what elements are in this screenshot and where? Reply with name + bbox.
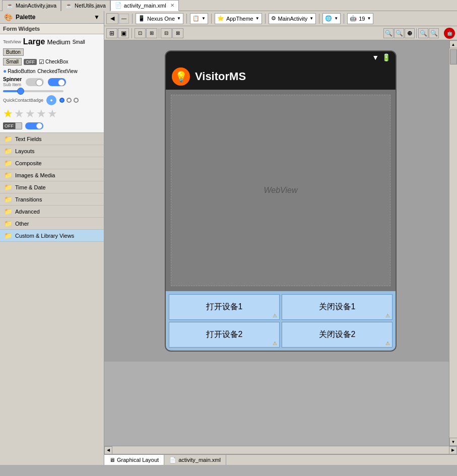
switch-widget[interactable]: OFF (3, 122, 22, 129)
back-btn[interactable]: ◀ (106, 13, 118, 24)
secondary-toolbar: ⊞ ▣ ⊡ ⊞ ⊟ ⊠ 🔍 🔍 ⊕ 🔍 (104, 26, 457, 40)
nav-toolbar-group: ◀ — (106, 13, 129, 24)
transitions-item[interactable]: 📁 Transitions (0, 193, 104, 206)
scroll-right-btn[interactable]: ▶ (449, 446, 457, 454)
activity-dropdown-icon: ▼ (309, 16, 313, 21)
sep9 (416, 28, 417, 38)
close-device-2-btn[interactable]: 关闭设备2 (282, 322, 393, 348)
theme-selector[interactable]: ⭐ AppTheme ▼ (215, 13, 262, 24)
grid-btn1[interactable]: ⊡ (135, 28, 146, 38)
tab-activity-main[interactable]: 📄 activity_main.xml ✕ (110, 0, 179, 11)
quick-contact-icon[interactable]: ● (46, 95, 56, 105)
radio-button-item[interactable]: ● RadioButton (3, 67, 35, 75)
graphical-layout-tab[interactable]: 🖥 Graphical Layout (104, 455, 164, 465)
advanced-item[interactable]: 📁 Advanced (0, 206, 104, 218)
custom-library-item[interactable]: 📁 Custom & Library Views (0, 230, 104, 242)
toggle-switch-on[interactable] (48, 78, 66, 86)
button-widget[interactable]: Button (3, 48, 24, 56)
api-label: 19 (359, 16, 365, 22)
form-widgets-section[interactable]: Form Widgets (0, 24, 104, 34)
radio-circle-2[interactable] (67, 98, 72, 103)
spinner-widget[interactable]: Spinner Sub Item (3, 77, 22, 87)
switch-on-widget[interactable] (25, 122, 43, 129)
close-device-1-btn[interactable]: 关闭设备1 (282, 294, 393, 320)
content-area: 🎨 Palette ▼ Form Widgets TextView Large … (0, 11, 457, 465)
device-selector[interactable]: 📱 Nexus One ▼ (136, 13, 183, 24)
images-media-item[interactable]: 📁 Images & Media (0, 169, 104, 181)
palette-dropdown-icon[interactable]: ▼ (94, 14, 100, 21)
xml-tab-icon: 📄 (169, 457, 176, 463)
scroll-thumb[interactable] (450, 49, 457, 64)
scroll-down-btn[interactable]: ▼ (449, 438, 458, 446)
radio-circle-1[interactable] (59, 98, 64, 103)
toggle-view-btn1[interactable]: ⊞ (106, 28, 117, 38)
button-grid: 打开设备1 关闭设备1 打开设备2 关闭设备2 (166, 291, 396, 351)
grid-btn3[interactable]: ⊟ (161, 28, 172, 38)
android-red-btn[interactable]: 🤖 (444, 28, 455, 39)
device-icon: 📱 (138, 15, 145, 22)
dropdown-arrow-icon: ▼ (202, 16, 206, 21)
scroll-up-btn[interactable]: ▲ (449, 40, 458, 48)
spinner-row: Spinner Sub Item (3, 77, 101, 87)
phone-status-bar: ▼ 🔋 (166, 51, 396, 63)
composite-item[interactable]: 📁 Composite (0, 157, 104, 169)
textview-small[interactable]: Small (73, 39, 85, 45)
zoom-fit-btn[interactable]: ⊕ (405, 28, 415, 38)
vertical-scrollbar: ▲ ▼ (449, 40, 457, 446)
close-icon[interactable]: ✕ (170, 3, 174, 8)
time-date-item[interactable]: 📁 Time & Date (0, 181, 104, 193)
zoom-in-btn[interactable]: 🔍 (394, 28, 404, 38)
star-4: ★ (36, 107, 46, 120)
star-2: ★ (14, 107, 24, 120)
theme-icon: ⭐ (217, 15, 224, 22)
radio-circle-3[interactable] (74, 98, 79, 103)
theme-label: AppTheme (226, 16, 253, 22)
textview-medium[interactable]: Medium (47, 38, 70, 46)
api-selector[interactable]: 🤖 19 ▼ (347, 13, 373, 24)
editor-tabs: ☕ MainActivity.java ☕ NetUtils.java 📄 ac… (2, 0, 179, 11)
ide-window: ☕ MainActivity.java ☕ NetUtils.java 📄 ac… (0, 0, 457, 465)
zoom-minus-btn[interactable]: 🔍 (418, 28, 428, 38)
xml-tab[interactable]: 📄 activity_main.xml (164, 455, 226, 465)
checkbox-item[interactable]: ☑ CheckBox (39, 58, 69, 65)
text-fields-item[interactable]: 📁 Text Fields (0, 133, 104, 145)
tab-main-activity[interactable]: ☕ MainActivity.java (2, 0, 61, 11)
zoom-out-btn[interactable]: 🔍 (383, 28, 394, 38)
folder-icon: 📁 (4, 135, 12, 143)
activity-selector[interactable]: ⚙ MainActivity ▼ (269, 13, 316, 24)
zoom-plus-btn[interactable]: 🔍 (429, 28, 439, 38)
scroll-left-btn[interactable]: ◀ (104, 446, 112, 454)
switch-off-label: OFF (3, 123, 15, 129)
locale-selector[interactable]: 🌐 ▼ (322, 13, 341, 24)
open-device-2-btn[interactable]: 打开设备2 (169, 322, 280, 348)
sep2 (186, 14, 187, 24)
other-item[interactable]: 📁 Other (0, 218, 104, 230)
textview-row: TextView Large Medium Small Button (3, 37, 101, 56)
star-1: ★ (3, 107, 13, 120)
toggle-off[interactable]: OFF (24, 59, 37, 65)
open-device-1-btn[interactable]: 打开设备1 (169, 294, 280, 320)
star-5: ★ (47, 107, 57, 120)
activity-label: MainActivity (278, 16, 308, 22)
toggle-view-btn2[interactable]: ▣ (118, 28, 129, 38)
checkbox-icon: ☑ (39, 58, 44, 65)
rating-bar[interactable]: ★ ★ ★ ★ ★ (3, 107, 101, 120)
small-btn[interactable]: Small (3, 58, 22, 65)
grid-btn4[interactable]: ⊠ (172, 28, 183, 38)
config-icon: 📋 (192, 15, 200, 22)
palette-icon: 🎨 (4, 13, 13, 21)
main-toolbar: ◀ — 📱 Nexus One ▼ 📋 ▼ (104, 11, 457, 26)
webview-label: WebView (264, 186, 298, 195)
slider-widget[interactable] (3, 90, 101, 92)
tab-net-utils[interactable]: ☕ NetUtils.java (61, 0, 110, 11)
toggle-switch-off[interactable] (26, 78, 44, 86)
layouts-item[interactable]: 📁 Layouts (0, 145, 104, 157)
textview-large[interactable]: Large (23, 37, 45, 46)
grid-btn2[interactable]: ⊞ (146, 28, 157, 38)
device-dropdown-icon: ▼ (177, 16, 181, 21)
sep6 (344, 14, 344, 24)
webview-area[interactable]: WebView (171, 95, 390, 286)
checked-text-item[interactable]: CheckedTextView (37, 69, 77, 74)
config-selector[interactable]: 📋 ▼ (190, 13, 208, 24)
activity-icon: ⚙ (271, 15, 276, 22)
